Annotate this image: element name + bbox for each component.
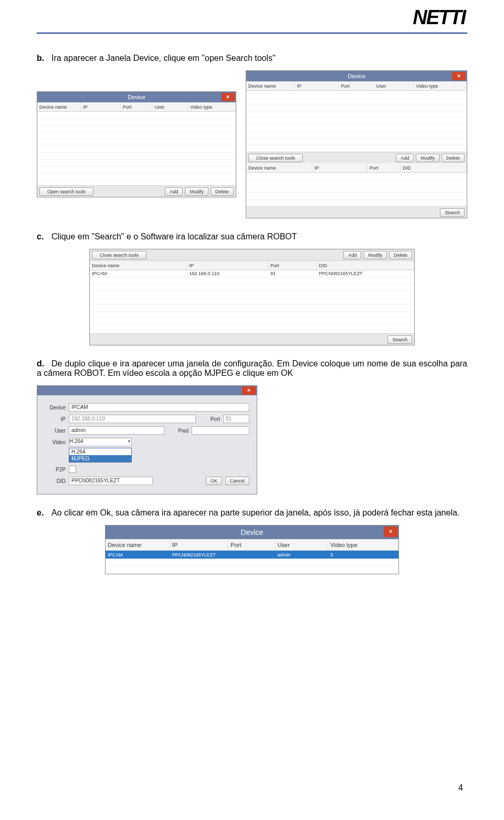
video-label: Video (45, 439, 66, 445)
search-result-table: IPCAM 192.168.0.110 81 PPCN082165YLEZT (90, 270, 414, 333)
toolbar-middle: Close search tools Add Modify Delete (90, 249, 414, 261)
table-row[interactable]: IPCAM PPCN082165YLEZT admin 3 (106, 551, 398, 559)
close-icon[interactable]: × (221, 93, 235, 101)
toolbar-middle: Close search tools Add Modify Delete (246, 152, 467, 163)
add-button[interactable]: Add (343, 251, 361, 259)
ip-field[interactable]: 192.168.0.110 (69, 415, 196, 423)
table-header: Device nameIP PortUser Video type (106, 539, 398, 551)
device-window-open-search: Device × Device nameIP PortUser Video ty… (37, 91, 236, 197)
toolbar-bottom: Open search tools Add Modify Delete (37, 185, 236, 197)
window-titlebar: Device × (106, 525, 398, 539)
delete-button[interactable]: Delete (442, 154, 465, 162)
pwd-label: Pwd (167, 428, 188, 434)
close-icon[interactable]: × (384, 527, 397, 537)
device-table-empty (246, 91, 467, 152)
port-label: Port (199, 416, 220, 422)
video-select[interactable]: H.264 ▾ (69, 438, 132, 446)
search-button[interactable]: Search (440, 208, 465, 217)
ok-button[interactable]: OK (206, 477, 222, 485)
device-label: Device (45, 405, 66, 411)
device-window-expanded: Device × Device nameIP PortUser Video ty… (246, 70, 467, 218)
instruction-c: c.Clique em "Search" e o Software ira lo… (37, 232, 467, 241)
dropdown-option-mjpeg[interactable]: MJPEG (69, 455, 131, 462)
video-dropdown-list: H.264 MJPEG (69, 448, 132, 462)
table-header: Device nameIP PortUser Video type (246, 81, 467, 91)
close-search-tools-button[interactable]: Close search tools (92, 251, 146, 259)
delete-button[interactable]: Delete (211, 187, 234, 196)
window-titlebar: Device × (246, 71, 467, 81)
dropdown-option-h264[interactable]: H.264 (69, 448, 131, 455)
close-icon[interactable]: × (452, 72, 466, 80)
device-window-final: Device × Device nameIP PortUser Video ty… (105, 525, 399, 574)
search-table-empty (246, 173, 467, 206)
window-titlebar: Device × (37, 92, 236, 102)
delete-button[interactable]: Delete (389, 251, 412, 259)
open-search-tools-button[interactable]: Open search tools (39, 187, 93, 196)
device-table-final: IPCAM PPCN082165YLEZT admin 3 (106, 551, 398, 574)
did-field[interactable]: PPCN082165YLEZT (69, 477, 153, 485)
did-label: DID (45, 478, 66, 484)
p2p-label: P2P (45, 467, 66, 472)
pwd-field[interactable] (192, 426, 249, 435)
page-number: 4 (458, 783, 463, 793)
toolbar-search: Search (90, 333, 414, 345)
add-button[interactable]: Add (396, 154, 414, 162)
add-button[interactable]: Add (165, 187, 183, 196)
port-field[interactable]: 81 (223, 415, 249, 423)
search-table-header: Device nameIP PortDID (246, 163, 467, 173)
modify-button[interactable]: Modify (363, 251, 387, 259)
device-table-empty (37, 112, 236, 185)
user-field[interactable]: admin (69, 426, 164, 435)
search-button[interactable]: Search (387, 335, 412, 344)
modify-button[interactable]: Modify (416, 154, 439, 162)
user-label: User (45, 428, 66, 434)
close-search-tools-button[interactable]: Close search tools (248, 154, 303, 162)
brand-logo: NETTI (413, 6, 465, 29)
toolbar-search: Search (246, 206, 467, 218)
search-table-header: Device nameIP PortDID (90, 261, 414, 270)
instruction-b: b.Ira aparecer a Janela Device, clique e… (37, 54, 467, 63)
device-config-dialog: × Device IPCAM IP 192.168.0.110 Port 81 … (37, 385, 257, 495)
close-icon[interactable]: × (242, 386, 256, 395)
header-rule (37, 33, 467, 34)
ip-label: IP (45, 416, 66, 422)
table-row[interactable]: IPCAM 192.168.0.110 81 PPCN082165YLEZT (90, 270, 414, 277)
p2p-checkbox[interactable] (69, 466, 76, 473)
cancel-button[interactable]: Cancel (225, 477, 249, 485)
device-field[interactable]: IPCAM (69, 403, 249, 412)
modify-button[interactable]: Modify (185, 187, 208, 196)
instruction-e: e.Ao clicar em Ok, sua câmera ira aparec… (37, 508, 467, 518)
instruction-d: d.De duplo clique e ira aparecer uma jan… (37, 359, 467, 378)
dialog-titlebar: × (37, 386, 257, 395)
chevron-down-icon: ▾ (128, 439, 130, 444)
search-result-window: Close search tools Add Modify Delete Dev… (89, 249, 415, 345)
table-header: Device nameIP PortUser Video type (37, 102, 236, 112)
